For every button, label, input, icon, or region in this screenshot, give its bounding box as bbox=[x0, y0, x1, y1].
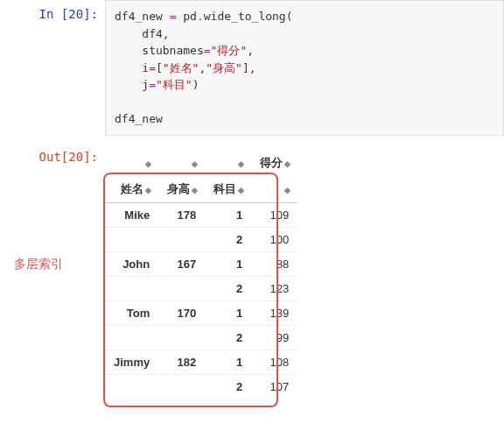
cell-subject: 2 bbox=[205, 325, 251, 350]
cell-subject: 2 bbox=[205, 276, 251, 300]
sort-icon: ◆ bbox=[145, 159, 150, 168]
header-label: 姓名 bbox=[121, 182, 144, 195]
cell-score: 100 bbox=[251, 227, 298, 251]
sort-icon: ◆ bbox=[238, 186, 242, 194]
cell-subject: 2 bbox=[205, 227, 251, 251]
code-token: = bbox=[149, 78, 156, 91]
header-blank[interactable]: ◆ bbox=[205, 150, 251, 176]
cell-name bbox=[105, 276, 158, 300]
cell-name: Mike bbox=[105, 202, 158, 227]
cell-subject: 1 bbox=[205, 202, 251, 227]
in-prompt: In [20]: bbox=[0, 0, 105, 136]
code-token: j bbox=[115, 78, 149, 91]
cell-score: 139 bbox=[251, 300, 298, 325]
code-token: "身高" bbox=[206, 61, 242, 74]
index-header-height[interactable]: 身高◆ bbox=[158, 176, 205, 203]
code-token: df4_new bbox=[115, 10, 170, 23]
annotation-label: 多层索引 bbox=[14, 257, 63, 272]
code-token: "科目" bbox=[156, 78, 192, 91]
code-token: ], bbox=[242, 61, 256, 74]
sort-icon: ◆ bbox=[284, 159, 289, 168]
dataframe-table: ◆ ◆ ◆ 得分◆ 姓名◆ 身高◆ 科目◆ ◆ Mike1781109 2100… bbox=[105, 150, 298, 399]
table-row: 2123 bbox=[105, 276, 298, 300]
sort-icon: ◆ bbox=[192, 159, 196, 168]
header-label: 科目 bbox=[214, 182, 236, 195]
cell-height bbox=[158, 227, 205, 251]
cell-score: 109 bbox=[251, 202, 298, 227]
cell-height: 167 bbox=[158, 251, 205, 276]
sort-icon: ◆ bbox=[284, 186, 289, 194]
cell-score: 123 bbox=[251, 276, 298, 300]
table-row: Mike1781109 bbox=[105, 202, 298, 227]
output-content: 多层索引 ◆ ◆ ◆ 得分◆ 姓名◆ 身高◆ 科目◆ ◆ Mike1781109… bbox=[105, 143, 504, 399]
code-token: i bbox=[115, 61, 149, 74]
cell-score: 107 bbox=[251, 374, 298, 399]
cell-name bbox=[105, 227, 158, 251]
cell-name bbox=[105, 325, 158, 350]
cell-score: 99 bbox=[251, 325, 298, 350]
cell-height: 170 bbox=[158, 300, 205, 325]
cell-name: John bbox=[105, 251, 158, 276]
sort-icon: ◆ bbox=[145, 186, 150, 194]
table-row: 2107 bbox=[105, 374, 298, 399]
header-label: 得分 bbox=[260, 156, 283, 169]
code-token: pd bbox=[176, 10, 196, 23]
cell-name: Tom bbox=[105, 300, 158, 325]
sort-icon: ◆ bbox=[192, 186, 196, 194]
cell-height bbox=[158, 325, 205, 350]
input-cell: In [20]: df4_new = pd.wide_to_long( df4,… bbox=[0, 0, 504, 136]
table-row: 2100 bbox=[105, 227, 298, 251]
code-token: stubnames bbox=[115, 44, 204, 57]
cell-score: 108 bbox=[251, 350, 298, 374]
output-cell: Out[20]: 多层索引 ◆ ◆ ◆ 得分◆ 姓名◆ 身高◆ 科目◆ ◆ Mi… bbox=[0, 143, 504, 399]
code-token: [ bbox=[156, 61, 163, 74]
code-token: df4, bbox=[115, 27, 170, 40]
header-blank[interactable]: ◆ bbox=[158, 150, 205, 176]
cell-height bbox=[158, 374, 205, 399]
cell-subject: 1 bbox=[205, 300, 251, 325]
cell-subject: 2 bbox=[205, 374, 251, 399]
cell-subject: 1 bbox=[205, 251, 251, 276]
code-token: , bbox=[247, 44, 254, 57]
header-score[interactable]: 得分◆ bbox=[251, 150, 298, 176]
header-label: 身高 bbox=[167, 182, 190, 195]
code-token: = bbox=[204, 44, 211, 57]
cell-height bbox=[158, 276, 205, 300]
table-row: Jimmy1821108 bbox=[105, 350, 298, 374]
code-token: "得分" bbox=[211, 44, 248, 57]
code-token: df4_new bbox=[115, 112, 163, 125]
code-token: . bbox=[197, 10, 204, 23]
index-header-name[interactable]: 姓名◆ bbox=[105, 176, 158, 203]
table-row: 299 bbox=[105, 325, 298, 350]
header-blank[interactable]: ◆ bbox=[251, 176, 298, 203]
table-row: Tom1701139 bbox=[105, 300, 298, 325]
index-header-subject[interactable]: 科目◆ bbox=[205, 176, 251, 203]
cell-score: 88 bbox=[251, 251, 298, 276]
table-body: Mike1781109 2100 John167188 2123 Tom1701… bbox=[105, 202, 298, 399]
cell-height: 182 bbox=[158, 350, 205, 374]
sort-icon: ◆ bbox=[238, 159, 242, 168]
code-block[interactable]: df4_new = pd.wide_to_long( df4, stubname… bbox=[105, 0, 504, 136]
header-blank[interactable]: ◆ bbox=[105, 150, 158, 176]
code-token: ) bbox=[192, 78, 200, 91]
table-row: John167188 bbox=[105, 251, 298, 276]
cell-subject: 1 bbox=[205, 350, 251, 374]
cell-name bbox=[105, 374, 158, 399]
code-token: "姓名" bbox=[163, 61, 200, 74]
code-token: wide_to_long( bbox=[204, 10, 293, 23]
code-token: = bbox=[149, 61, 156, 74]
cell-name: Jimmy bbox=[105, 350, 158, 374]
cell-height: 178 bbox=[158, 202, 205, 227]
